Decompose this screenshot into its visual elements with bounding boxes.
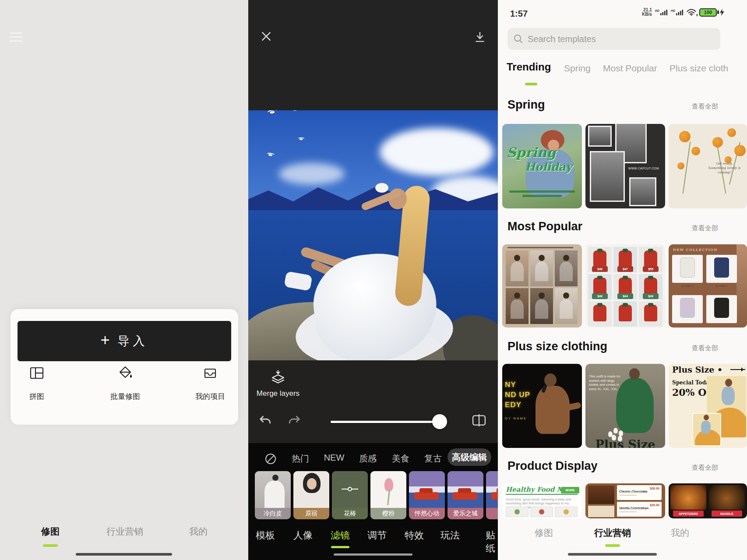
card-art: [692, 413, 721, 446]
filter-name: 樱粉: [370, 508, 406, 519]
card-art: [588, 301, 612, 327]
filter-thumb-cool-white[interactable]: 冷白皮: [255, 471, 291, 519]
template-card-spring-holiday[interactable]: Spring Holiday: [502, 124, 582, 208]
home-indicator[interactable]: [568, 553, 657, 556]
charging-bolt-icon: [720, 9, 724, 16]
filter-category-new[interactable]: NEW: [324, 453, 345, 463]
card-title: NEW COLLECTION: [673, 248, 718, 252]
right-nav-retouch[interactable]: 修图: [535, 527, 553, 539]
card-text: This outfit is made for women with large…: [589, 374, 621, 391]
template-card-bw-fashion-collage[interactable]: WWW.CAPCUT.COM: [585, 124, 665, 208]
no-filter-icon[interactable]: [264, 452, 278, 466]
more-button[interactable]: MORE: [561, 487, 579, 493]
filter-category-retro[interactable]: 复古: [424, 453, 442, 465]
wifi-icon: 6: [687, 9, 696, 16]
card-art: [506, 288, 529, 324]
right-nav-marketing-active[interactable]: 行业营销: [594, 527, 631, 539]
import-button[interactable]: + 导入: [18, 321, 231, 361]
home-screen-panel: + 导入 拼图 批量修图 我的项目 修: [0, 0, 248, 560]
editor-nav-effects[interactable]: 特效: [405, 529, 424, 542]
tool-my-projects-label: 我的项目: [195, 391, 225, 402]
view-all-plus-size[interactable]: 查看全部: [692, 344, 718, 352]
compare-icon[interactable]: [469, 410, 489, 430]
card-art: [734, 145, 746, 156]
merge-layers-button[interactable]: Merge layers: [251, 370, 305, 398]
template-card-new-collection[interactable]: NEW COLLECTION BLAZER 1 BLAZER 2: [669, 244, 747, 328]
filter-thumb-partial[interactable]: [486, 471, 498, 519]
section-title-most-popular: Most Popular: [507, 220, 582, 233]
template-card-standup-comedy[interactable]: NY ND UP EDY DY NAME: [502, 364, 582, 448]
template-card-portrait-collage[interactable]: [502, 244, 582, 328]
editor-nav-template[interactable]: 模板: [256, 529, 275, 542]
filter-thumb-harajuku[interactable]: 原宿: [293, 471, 329, 519]
editor-nav-filter-active[interactable]: 滤镜: [331, 529, 350, 542]
tab-plus-size-clothing[interactable]: Plus size cloth: [669, 63, 728, 74]
card-art: [712, 137, 723, 148]
slider-track[interactable]: [331, 421, 444, 423]
editor-control-bar: Merge layers: [248, 360, 498, 443]
filter-thumb-la-la-land[interactable]: 爱乐之城: [447, 471, 483, 519]
view-all-product-display[interactable]: 查看全部: [692, 464, 718, 472]
template-card-food-banner[interactable]: APPETIZERS NOODLE: [669, 483, 747, 518]
home-indicator[interactable]: [334, 553, 412, 556]
tab-trending-active[interactable]: Trending: [507, 61, 551, 73]
close-icon[interactable]: [257, 27, 275, 46]
filter-category-texture[interactable]: 质感: [359, 453, 377, 465]
editor-top-bar: [248, 0, 498, 110]
search-bar[interactable]: [507, 28, 720, 50]
merge-layers-label: Merge layers: [257, 389, 300, 398]
filter-preview: [293, 471, 329, 508]
filter-preview: [409, 471, 445, 508]
section-title-spring: Spring: [507, 98, 545, 112]
filter-category-hot[interactable]: 热门: [292, 453, 309, 465]
filter-category-food[interactable]: 美食: [392, 453, 409, 465]
filter-thumb-heartbeat[interactable]: 怦然心动: [409, 471, 445, 519]
card-art: [588, 126, 612, 147]
card-art: [616, 378, 654, 433]
tab-spring[interactable]: Spring: [564, 63, 591, 74]
template-card-healthy-food-menu[interactable]: Healthy Food Menu MORE Good food, good m…: [502, 483, 582, 518]
download-icon[interactable]: [471, 28, 489, 46]
filter-thumb-camellia[interactable]: 花椿: [332, 471, 368, 519]
left-nav-mine[interactable]: 我的: [189, 525, 208, 538]
filter-category-advanced-selected[interactable]: 高级编辑: [447, 448, 491, 466]
template-card-spring-flowers[interactable]: Get ready. Something lovely is coming!: [669, 124, 747, 208]
tool-collage[interactable]: 拼图: [6, 365, 67, 402]
template-card-dessert-menu[interactable]: Classic Chocolate $30.00 Vanilla Celebra…: [585, 483, 665, 518]
merge-layers-icon: [269, 370, 287, 386]
collage-icon: [29, 365, 45, 381]
template-card-red-coats-pricing[interactable]: $40 $47 $55 $40 $44 $49: [585, 244, 665, 328]
template-card-plus-size-sale[interactable]: Plus Size • Special Today! 20% Off: [669, 364, 747, 448]
card-badge: APPETIZERS: [673, 511, 704, 517]
status-time: 1:57: [510, 9, 528, 19]
section-title-product-display: Product Display: [507, 459, 598, 473]
view-all-spring[interactable]: 查看全部: [692, 102, 718, 111]
card-art: [727, 128, 736, 137]
card-art: [555, 288, 578, 324]
card-art: [672, 255, 703, 283]
network-speed: 21.1KB/s: [642, 8, 652, 17]
card-art: [555, 507, 578, 517]
tab-most-popular[interactable]: Most Popular: [603, 63, 657, 74]
view-all-most-popular[interactable]: 查看全部: [692, 224, 718, 232]
undo-icon[interactable]: [255, 411, 275, 431]
editor-nav-play[interactable]: 玩法: [440, 529, 460, 542]
card-art: [588, 486, 614, 504]
editor-nav-sticker[interactable]: 贴纸: [486, 529, 495, 555]
home-indicator[interactable]: [76, 553, 172, 556]
template-card-plus-size-outfit[interactable]: This outfit is made for women with large…: [585, 364, 665, 448]
filter-thumb-sakura-pink[interactable]: 樱粉: [370, 471, 406, 519]
filter-strength-slider[interactable]: [331, 413, 444, 430]
right-nav-mine[interactable]: 我的: [671, 527, 689, 539]
redo-icon[interactable]: [284, 411, 304, 431]
menu-icon[interactable]: [10, 32, 23, 44]
search-input[interactable]: [528, 34, 714, 44]
left-nav-marketing[interactable]: 行业营销: [106, 525, 143, 538]
editor-nav-adjust[interactable]: 调节: [367, 529, 387, 542]
tool-batch-edit[interactable]: 批量修图: [95, 365, 156, 402]
tool-my-projects[interactable]: 我的项目: [180, 365, 241, 402]
slider-thumb[interactable]: [432, 414, 447, 429]
editor-nav-portrait[interactable]: 人像: [293, 529, 313, 542]
card-item-label: BLAZER 2: [706, 285, 737, 287]
left-nav-retouch[interactable]: 修图: [41, 525, 60, 538]
